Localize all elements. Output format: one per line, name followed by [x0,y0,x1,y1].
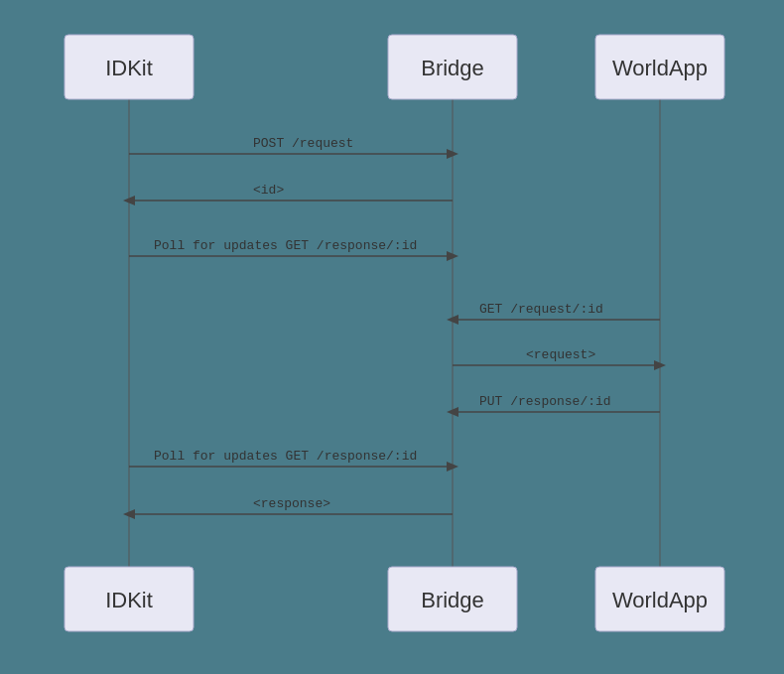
svg-text:POST /request: POST /request [253,136,353,151]
svg-rect-35 [388,567,517,631]
svg-marker-19 [447,407,458,417]
svg-text:<request>: <request> [526,347,595,362]
svg-text:IDKit: IDKit [105,56,153,80]
svg-marker-22 [447,462,458,472]
sequence-diagram: POST /request <id> Poll for updates GET … [0,0,784,674]
svg-text:<id>: <id> [253,183,284,198]
svg-text:Poll for updates GET /response: Poll for updates GET /response/:id [154,449,417,464]
svg-text:<response>: <response> [253,496,330,511]
svg-text:Bridge: Bridge [421,588,484,612]
svg-marker-4 [447,149,458,159]
svg-text:WorldApp: WorldApp [612,588,708,612]
svg-rect-27 [65,35,194,99]
svg-marker-16 [654,360,666,370]
svg-text:WorldApp: WorldApp [612,56,708,80]
svg-marker-7 [123,196,135,205]
svg-rect-33 [65,567,194,631]
svg-text:Bridge: Bridge [421,56,484,80]
svg-text:Poll for updates GET /response: Poll for updates GET /response/:id [154,238,417,253]
svg-rect-29 [388,35,517,99]
svg-text:GET /request/:id: GET /request/:id [479,302,603,317]
svg-rect-37 [595,567,724,631]
svg-marker-13 [447,315,458,325]
diagram-svg: POST /request <id> Poll for updates GET … [0,0,784,674]
svg-text:PUT /response/:id: PUT /response/:id [479,394,611,409]
svg-marker-25 [123,509,135,519]
svg-rect-31 [595,35,724,99]
svg-text:IDKit: IDKit [105,588,153,612]
svg-marker-10 [447,251,458,261]
